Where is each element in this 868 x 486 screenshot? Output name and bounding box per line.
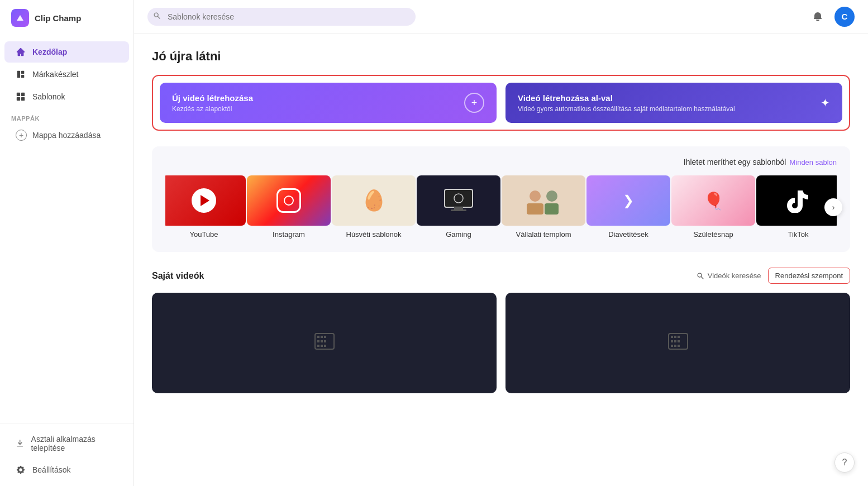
ai-video-title: Videó létrehozása al-val — [518, 93, 735, 103]
svg-rect-26 — [671, 336, 673, 338]
plus-icon: + — [16, 130, 27, 141]
youtube-thumb — [165, 175, 246, 226]
svg-rect-27 — [674, 336, 676, 338]
svg-rect-34 — [678, 345, 680, 347]
arrow-icon: ❯ — [623, 193, 634, 208]
sidebar-item-templates[interactable]: Sablonok — [4, 86, 129, 107]
corporate-thumb — [502, 175, 585, 226]
all-templates-link[interactable]: Minden sablon — [789, 158, 837, 166]
svg-rect-1 — [21, 71, 24, 74]
help-button[interactable]: ? — [834, 452, 855, 473]
video-placeholder-icon-1 — [314, 333, 335, 354]
install-label: Asztali alkalmazás telepítése — [31, 435, 118, 452]
home-icon — [16, 47, 26, 57]
videos-search-button[interactable]: Videók keresése — [697, 271, 761, 280]
search-bar[interactable] — [147, 8, 416, 26]
sort-label: Rendezési szempont — [775, 271, 843, 280]
videos-grid — [152, 293, 850, 393]
birthday-thumb: 🎈 — [671, 175, 755, 226]
sparkle-icon: ✦ — [821, 96, 830, 109]
install-app-button[interactable]: Asztali alkalmazás telepítése — [4, 429, 129, 458]
new-video-subtitle: Kezdés az alapoktól — [172, 105, 253, 113]
sidebar-bottom: Asztali alkalmazás telepítése Beállításo… — [0, 423, 133, 486]
templates-header: Ihletet meríthet egy sablonból Minden sa… — [165, 158, 837, 166]
settings-button[interactable]: Beállítások — [4, 459, 129, 480]
corporate-label: Vállalati templom — [516, 230, 571, 239]
svg-rect-21 — [324, 340, 326, 342]
videos-section: Saját videók Videók keresése Rendezési s… — [152, 268, 850, 393]
video-placeholder-icon-2 — [668, 333, 688, 354]
logo-icon — [11, 9, 29, 27]
svg-rect-6 — [21, 97, 25, 101]
svg-rect-0 — [17, 71, 20, 78]
templates-section-label: Ihletet meríthet egy sablonból — [684, 158, 786, 166]
easter-thumb: 🥚 — [332, 175, 416, 226]
search-icon — [153, 12, 161, 22]
sidebar-item-brand-label: Márkakészlet — [32, 70, 78, 79]
youtube-label: YouTube — [189, 230, 218, 239]
content-area: Jó újra látni Új videó létrehozása Kezdé… — [134, 34, 868, 486]
svg-rect-14 — [545, 203, 559, 215]
video-search-label: Videók keresése — [708, 271, 761, 280]
svg-rect-17 — [321, 336, 323, 338]
template-corporate[interactable]: Vállalati templom — [505, 175, 582, 239]
brand-icon — [16, 69, 26, 79]
sidebar-item-home[interactable]: Kezdőlap — [4, 41, 129, 63]
video-card-1[interactable] — [152, 293, 497, 393]
video-search-icon — [697, 272, 704, 280]
help-label: ? — [842, 458, 847, 468]
svg-rect-33 — [674, 345, 676, 347]
add-folder-button[interactable]: + Mappa hozzáadása — [4, 125, 129, 145]
template-slideshow[interactable]: ❯ Diavetítések — [590, 175, 667, 239]
tiktok-label: TikTok — [788, 230, 808, 239]
svg-rect-12 — [527, 203, 543, 215]
app-logo: Clip Champ — [0, 0, 133, 36]
template-instagram[interactable]: Instagram — [250, 175, 327, 239]
videos-title: Saját videók — [152, 271, 204, 281]
templates-grid: YouTube Instagram 🥚 Hú — [165, 175, 837, 239]
svg-rect-20 — [321, 340, 323, 342]
add-folder-label: Mappa hozzáadása — [32, 131, 101, 140]
folders-section-label: MAPPÁK — [0, 108, 133, 124]
template-gaming[interactable]: Gaming — [420, 175, 497, 239]
svg-rect-32 — [671, 345, 673, 347]
videos-header: Saját videók Videók keresése Rendezési s… — [152, 268, 850, 284]
templates-section: Ihletet meríthet egy sablonból Minden sa… — [152, 146, 850, 252]
template-birthday[interactable]: 🎈 Születésnap — [675, 175, 752, 239]
svg-rect-30 — [674, 340, 676, 342]
easter-label: Húsvéti sablonok — [346, 230, 402, 239]
svg-rect-7 — [445, 189, 473, 207]
action-cards: Új videó létrehozása Kezdés az alapoktól… — [152, 75, 850, 131]
video-card-2[interactable] — [505, 293, 850, 393]
svg-point-11 — [530, 190, 541, 202]
new-video-card[interactable]: Új videó létrehozása Kezdés az alapoktól… — [160, 83, 497, 123]
svg-rect-23 — [321, 345, 323, 347]
svg-rect-9 — [451, 209, 466, 211]
svg-rect-8 — [454, 207, 463, 209]
sidebar-item-home-label: Kezdőlap — [32, 47, 67, 56]
svg-rect-2 — [21, 75, 24, 78]
template-easter[interactable]: 🥚 Húsvéti sablonok — [335, 175, 412, 239]
templates-next-arrow[interactable]: › — [824, 198, 842, 216]
instagram-label: Instagram — [273, 230, 305, 239]
videos-search: Videók keresése Rendezési szempont — [697, 268, 850, 284]
sidebar-item-brand[interactable]: Márkakészlet — [4, 64, 129, 85]
sidebar: Clip Champ Kezdőlap Márkakészlet Sab — [0, 0, 134, 486]
gaming-thumb — [417, 175, 500, 226]
ai-video-subtitle: Videó gyors automatikus összeállítása sa… — [518, 105, 735, 113]
grid-icon — [16, 92, 26, 102]
template-search-input[interactable] — [147, 8, 416, 26]
birthday-label: Születésnap — [693, 230, 733, 239]
instagram-thumb — [247, 175, 331, 226]
main-area: C Jó újra látni Új videó létrehozása Kez… — [134, 0, 868, 486]
instagram-inner-circle — [284, 196, 294, 206]
ai-video-card[interactable]: Videó létrehozása al-val Videó gyors aut… — [505, 83, 842, 123]
page-title: Jó újra látni — [152, 49, 850, 64]
svg-rect-19 — [317, 340, 319, 342]
template-youtube[interactable]: YouTube — [165, 175, 242, 239]
user-avatar[interactable]: C — [834, 7, 855, 27]
tiktok-logo — [787, 188, 809, 213]
notification-bell[interactable] — [810, 9, 826, 25]
sort-button[interactable]: Rendezési szempont — [768, 268, 850, 284]
instagram-icon — [276, 188, 301, 213]
